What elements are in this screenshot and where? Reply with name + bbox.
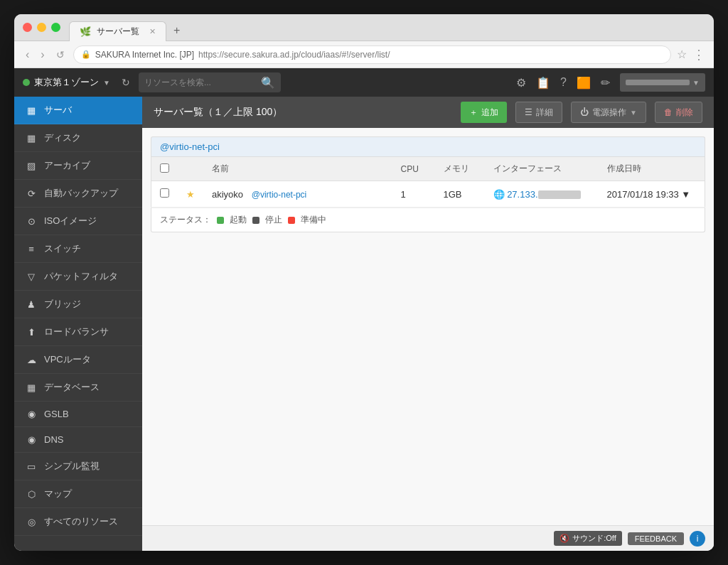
forward-button[interactable]: › bbox=[38, 47, 47, 63]
menu-button[interactable]: ⋮ bbox=[692, 47, 705, 63]
tab-close-button[interactable]: ✕ bbox=[149, 27, 156, 36]
search-input[interactable] bbox=[144, 77, 257, 87]
sidebar-item-label: すべてのリソース bbox=[44, 515, 118, 528]
maximize-button[interactable] bbox=[51, 23, 60, 32]
zone-status-dot bbox=[23, 79, 30, 86]
sidebar-item-autobackup[interactable]: ⟳ 自動バックアップ bbox=[14, 180, 142, 208]
group-header: @virtio-net-pci bbox=[151, 136, 705, 156]
back-button[interactable]: ‹ bbox=[23, 47, 32, 63]
info-icon: i bbox=[697, 534, 699, 544]
ip-hidden: ■■■■ bbox=[538, 190, 581, 199]
sound-label: サウンド:Off bbox=[572, 533, 616, 544]
server-name: akiyoko bbox=[212, 189, 243, 200]
power-label: 電源操作 bbox=[592, 107, 626, 119]
sidebar-item-server[interactable]: ▦ サーバ bbox=[14, 97, 142, 124]
feedback-button[interactable]: FEEDBACK bbox=[628, 532, 684, 545]
autobackup-icon: ⟳ bbox=[26, 188, 37, 199]
sidebar-item-gslb[interactable]: ◉ GSLB bbox=[14, 402, 142, 427]
bridge-icon: ♟ bbox=[26, 299, 37, 310]
resource-search-box[interactable]: 🔍 bbox=[139, 72, 281, 92]
url-bar[interactable]: 🔒 SAKURA Internet Inc. [JP] https://secu… bbox=[73, 45, 671, 64]
row-name-cell: akiyoko @virtio-net-pci bbox=[203, 181, 392, 208]
ip-link[interactable]: 27.133.■■■■ bbox=[507, 189, 580, 200]
header-interface: インターフェース bbox=[485, 157, 599, 181]
sidebar-item-switch[interactable]: ≡ スイッチ bbox=[14, 235, 142, 263]
sidebar-item-database[interactable]: ▦ データベース bbox=[14, 374, 142, 402]
row-expand-icon[interactable]: ▼ bbox=[681, 189, 690, 200]
sidebar-item-packet-filter[interactable]: ▽ パケットフィルタ bbox=[14, 263, 142, 291]
sidebar-item-dns[interactable]: ◉ DNS bbox=[14, 427, 142, 453]
add-label: 追加 bbox=[481, 107, 498, 119]
header-checkbox-col bbox=[151, 157, 178, 181]
zone-selector[interactable]: 東京第１ゾーン ▼ bbox=[23, 76, 110, 89]
sidebar-item-label: マップ bbox=[44, 488, 72, 500]
status-running-dot bbox=[217, 217, 224, 224]
table-header-row: 名前 CPU メモリ インターフェース bbox=[151, 157, 705, 181]
row-checkbox[interactable] bbox=[160, 188, 169, 198]
sidebar-item-label: ロードバランサ bbox=[44, 325, 109, 338]
select-all-checkbox[interactable] bbox=[160, 163, 169, 173]
power-button[interactable]: ⏻ 電源操作 ▼ bbox=[571, 102, 646, 123]
header-icons: ⚙ 📋 ? 🟧 ✏ ▼ bbox=[516, 73, 705, 92]
group-tag: @virtio-net-pci bbox=[160, 141, 220, 152]
table-row[interactable]: ★ akiyoko @virtio-net-pci 1 1GB bbox=[151, 181, 705, 208]
sidebar-item-bridge[interactable]: ♟ ブリッジ bbox=[14, 291, 142, 318]
row-star-cell[interactable]: ★ bbox=[178, 181, 203, 208]
help-icon[interactable]: ? bbox=[560, 76, 567, 89]
sidebar-item-map[interactable]: ⬡ マップ bbox=[14, 480, 142, 508]
detail-button[interactable]: ☰ 詳細 bbox=[515, 102, 562, 123]
app-reload-button[interactable]: ↻ bbox=[122, 77, 130, 88]
minimize-button[interactable] bbox=[37, 23, 46, 32]
power-dropdown-icon: ▼ bbox=[630, 109, 637, 117]
map-icon: ⬡ bbox=[26, 489, 37, 500]
star-icon[interactable]: ★ bbox=[186, 189, 195, 200]
browser-tab[interactable]: 🌿 サーバー覧 ✕ bbox=[69, 21, 166, 41]
row-memory-cell: 1GB bbox=[435, 181, 485, 208]
sound-button[interactable]: 🔇 サウンド:Off bbox=[554, 531, 622, 546]
add-icon: ＋ bbox=[469, 107, 478, 119]
notification-icon[interactable]: 📋 bbox=[536, 76, 550, 90]
table-area: @virtio-net-pci 名前 bbox=[142, 128, 714, 525]
info-button[interactable]: i bbox=[690, 531, 705, 547]
url-full: https://secure.sakura.ad.jp/cloud/iaas/#… bbox=[198, 50, 390, 60]
sidebar-item-all-resources[interactable]: ◎ すべてのリソース bbox=[14, 508, 142, 536]
sidebar-item-disk[interactable]: ▦ ディスク bbox=[14, 124, 142, 152]
header-star-col bbox=[178, 157, 203, 181]
database-icon: ▦ bbox=[26, 382, 37, 393]
reload-button[interactable]: ↺ bbox=[53, 48, 68, 62]
ip-address: 27.133. bbox=[507, 189, 537, 200]
apps-icon[interactable]: 🟧 bbox=[577, 76, 591, 90]
sound-icon: 🔇 bbox=[560, 534, 569, 543]
sidebar-item-label: シンプル監視 bbox=[44, 460, 100, 473]
new-tab-button[interactable]: + bbox=[166, 21, 187, 41]
disk-icon: ▦ bbox=[26, 133, 37, 144]
sidebar-item-vpc[interactable]: ☁ VPCルータ bbox=[14, 346, 142, 374]
server-tag[interactable]: @virtio-net-pci bbox=[252, 190, 307, 200]
tab-favicon: 🌿 bbox=[80, 26, 91, 37]
status-preparing-dot bbox=[288, 217, 295, 224]
packet-filter-icon: ▽ bbox=[26, 271, 37, 282]
content-header: サーバー覧（１／上限 100） ＋ 追加 ☰ 詳細 ⏻ 電源操作 ▼ 🗑 削除 bbox=[142, 97, 714, 128]
user-bar-placeholder bbox=[626, 80, 690, 85]
delete-icon: 🗑 bbox=[664, 107, 673, 117]
created-date: 2017/01/18 19:33 bbox=[607, 189, 679, 200]
row-checkbox-cell[interactable] bbox=[151, 181, 178, 208]
row-interface-cell: 🌐 27.133.■■■■ bbox=[485, 181, 599, 208]
close-button[interactable] bbox=[23, 23, 32, 32]
status-stopped-label: 停止 bbox=[265, 214, 282, 226]
settings-icon[interactable]: ⚙ bbox=[516, 76, 526, 90]
sidebar-item-simple-monitor[interactable]: ▭ シンプル監視 bbox=[14, 453, 142, 480]
header-name: 名前 bbox=[203, 157, 392, 181]
content-area: サーバー覧（１／上限 100） ＋ 追加 ☰ 詳細 ⏻ 電源操作 ▼ 🗑 削除 bbox=[142, 97, 714, 551]
page-title: サーバー覧（１／上限 100） bbox=[154, 106, 452, 119]
edit-icon[interactable]: ✏ bbox=[601, 76, 610, 90]
bookmark-button[interactable]: ☆ bbox=[677, 48, 687, 61]
sidebar-item-iso[interactable]: ⊙ ISOイメージ bbox=[14, 208, 142, 235]
add-button[interactable]: ＋ 追加 bbox=[461, 102, 507, 123]
sidebar-item-archive[interactable]: ▨ アーカイブ bbox=[14, 152, 142, 180]
user-info[interactable]: ▼ bbox=[620, 73, 705, 92]
sidebar-item-load-balancer[interactable]: ⬆ ロードバランサ bbox=[14, 318, 142, 346]
delete-button[interactable]: 🗑 削除 bbox=[655, 102, 702, 123]
delete-label: 削除 bbox=[676, 107, 693, 119]
app-header: 東京第１ゾーン ▼ ↻ 🔍 ⚙ 📋 ? 🟧 ✏ ▼ bbox=[14, 68, 714, 97]
